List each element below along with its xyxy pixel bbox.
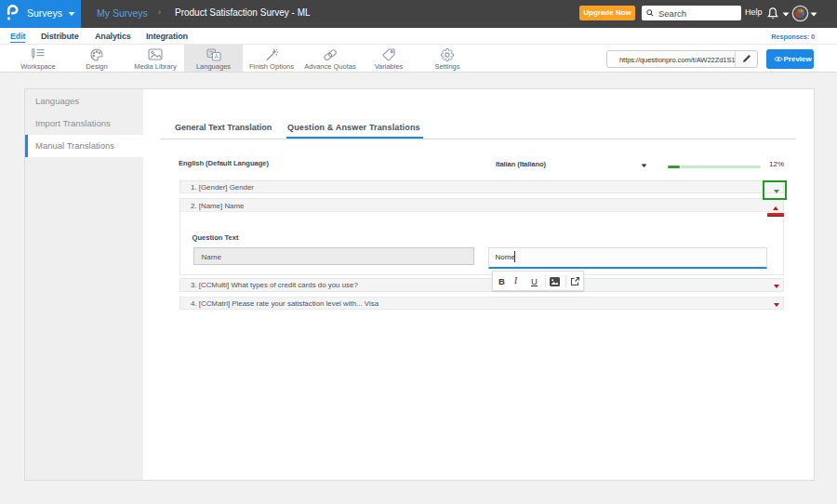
svg-text:A: A (214, 53, 219, 60)
